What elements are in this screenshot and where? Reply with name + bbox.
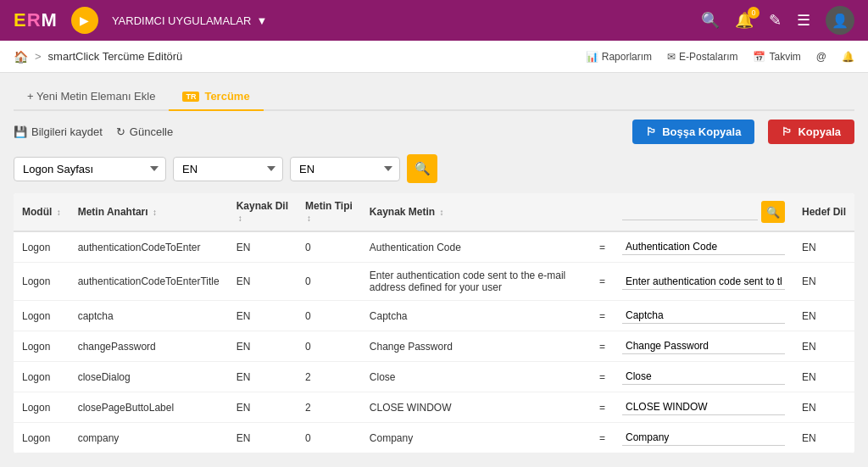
cell-metin-anahtari: closePageButtoLabel: [70, 392, 228, 423]
cell-eq: =: [591, 263, 614, 301]
cell-eq: =: [591, 231, 614, 263]
hedef-metin-input[interactable]: [622, 430, 785, 446]
takvim-action[interactable]: 📅 Takvim: [753, 51, 800, 63]
search-icon: 🔍: [415, 161, 431, 176]
menu-icon[interactable]: ☰: [797, 11, 810, 30]
cell-kaynak-dil: EN: [228, 331, 297, 362]
hedef-metin-input[interactable]: [622, 399, 785, 415]
hedef-search-icon: 🔍: [766, 206, 780, 219]
chart-icon: 📊: [586, 51, 598, 63]
lang2-select[interactable]: EN: [290, 157, 400, 181]
cell-modul: Logon: [14, 231, 70, 263]
cell-hedef-metin[interactable]: [614, 392, 793, 423]
at-icon[interactable]: @: [816, 51, 826, 63]
lang1-select[interactable]: EN: [173, 157, 283, 181]
breadcrumb-bar: 🏠 > smartClick Tercüme Editörü 📊 Raporla…: [0, 41, 868, 73]
bell-icon[interactable]: 🔔 0: [735, 11, 754, 30]
email-icon: ✉: [667, 51, 676, 63]
cell-hedef-dil: EN: [793, 301, 854, 331]
save-button[interactable]: 💾 Bilgileri kaydet: [14, 125, 103, 138]
tab-yeni-label: + Yeni Metin Elemanı Ekle: [27, 90, 155, 103]
col-hedef-metin: 🔍: [614, 193, 793, 231]
hedef-search-input[interactable]: [622, 204, 758, 220]
cell-modul: Logon: [14, 301, 70, 331]
cell-eq: =: [591, 392, 614, 423]
table-row: Logon captcha EN 0 Captcha = EN: [14, 301, 854, 331]
kopya-button[interactable]: 🏳 Kopyala: [768, 120, 854, 144]
save-label: Bilgileri kaydet: [31, 125, 103, 138]
hedef-metin-input[interactable]: [622, 369, 785, 385]
cell-metin-tipi: 0: [297, 263, 361, 301]
main-content: + Yeni Metin Elemanı Ekle TR Tercüme 💾 B…: [0, 73, 868, 464]
filter-search-button[interactable]: 🔍: [407, 154, 437, 183]
cell-metin-anahtari: authenticationCodeToEnterTitle: [70, 263, 228, 301]
table-row: Logon authenticationCodeToEnterTitle EN …: [14, 263, 854, 301]
cell-eq: =: [591, 301, 614, 331]
cell-eq: =: [591, 362, 614, 392]
yardimci-label: YARDIMCI UYGULAMALAR: [112, 14, 251, 27]
translation-table: Modül ↕ Metin Anahtarı ↕ Kaynak Dil ↕ Me…: [14, 193, 854, 453]
user-avatar[interactable]: 👤: [826, 6, 854, 35]
breadcrumb-crumb: smartClick Tercüme Editörü: [48, 50, 183, 63]
bossakopya-button[interactable]: 🏳 Boşşa Kopyala: [632, 120, 754, 144]
play-button[interactable]: ▶: [71, 7, 98, 34]
cell-hedef-metin[interactable]: [614, 362, 793, 392]
chevron-down-icon: ▼: [256, 14, 267, 27]
module-select[interactable]: Logon Sayfası: [14, 157, 166, 181]
nav-icons-group: 🔍 🔔 0 ✎ ☰ 👤: [701, 6, 854, 35]
cell-kaynak-dil: EN: [228, 231, 297, 263]
search-icon[interactable]: 🔍: [701, 11, 720, 30]
bell-badge: 0: [748, 7, 760, 19]
refresh-button[interactable]: ↻ Güncelle: [116, 125, 173, 138]
hedef-metin-input[interactable]: [622, 308, 785, 324]
pencil-icon[interactable]: ✎: [769, 11, 782, 30]
col-modul: Modül ↕: [14, 193, 70, 231]
table-row: Logon authenticationCodeToEnter EN 0 Aut…: [14, 231, 854, 263]
cell-hedef-metin[interactable]: [614, 301, 793, 331]
cell-eq: =: [591, 331, 614, 362]
sort-kaynak-dil-icon[interactable]: ↕: [238, 214, 242, 223]
cell-hedef-metin[interactable]: [614, 423, 793, 453]
sort-modul-icon[interactable]: ↕: [57, 208, 61, 217]
cell-modul: Logon: [14, 362, 70, 392]
cell-hedef-dil: EN: [793, 331, 854, 362]
cell-eq: =: [591, 423, 614, 453]
sort-metin-icon[interactable]: ↕: [153, 208, 157, 217]
cell-kaynak-dil: EN: [228, 423, 297, 453]
notification-icon[interactable]: 🔔: [842, 51, 854, 63]
yardimci-menu[interactable]: YARDIMCI UYGULAMALAR ▼: [112, 14, 267, 27]
hedef-metin-input[interactable]: [622, 239, 785, 255]
cell-metin-tipi: 0: [297, 231, 361, 263]
hedef-search-button[interactable]: 🔍: [761, 201, 785, 223]
toolbar-row: 💾 Bilgileri kaydet ↻ Güncelle 🏳 Boşşa Ko…: [14, 120, 854, 144]
cell-metin-tipi: 0: [297, 331, 361, 362]
col-metin-tipi: Metin Tipi ↕: [297, 193, 361, 231]
sort-tipi-icon[interactable]: ↕: [307, 214, 311, 223]
cell-hedef-metin[interactable]: [614, 263, 793, 301]
hedef-metin-input[interactable]: [622, 274, 785, 290]
cell-hedef-dil: EN: [793, 231, 854, 263]
cell-metin-anahtari: authenticationCodeToEnter: [70, 231, 228, 263]
tab-tercume[interactable]: TR Tercüme: [169, 83, 263, 111]
cell-metin-tipi: 0: [297, 301, 361, 331]
breadcrumb-actions: 📊 Raporlarım ✉ E-Postalarım 📅 Takvim @ 🔔: [586, 51, 854, 63]
cell-kaynak-dil: EN: [228, 392, 297, 423]
home-icon[interactable]: 🏠: [14, 50, 28, 64]
cell-modul: Logon: [14, 263, 70, 301]
tab-yeni[interactable]: + Yeni Metin Elemanı Ekle: [14, 83, 169, 109]
cell-kaynak-metin: Enter authentication code sent to the e-…: [361, 263, 591, 301]
col-kaynak-metin: Kaynak Metin ↕: [361, 193, 591, 231]
top-navigation: ERM ▶ YARDIMCI UYGULAMALAR ▼ 🔍 🔔 0 ✎ ☰ 👤: [0, 0, 868, 41]
hedef-metin-input[interactable]: [622, 338, 785, 354]
sort-kaynak-metin-icon[interactable]: ↕: [440, 208, 444, 217]
cell-hedef-metin[interactable]: [614, 231, 793, 263]
cell-kaynak-metin: CLOSE WINDOW: [361, 392, 591, 423]
cell-metin-tipi: 2: [297, 392, 361, 423]
epostalarim-action[interactable]: ✉ E-Postalarım: [667, 51, 737, 63]
cell-hedef-dil: EN: [793, 362, 854, 392]
cell-kaynak-metin: Change Password: [361, 331, 591, 362]
cell-hedef-metin[interactable]: [614, 331, 793, 362]
raporlarim-action[interactable]: 📊 Raporlarım: [586, 51, 652, 63]
refresh-label: Güncelle: [130, 125, 173, 138]
cell-metin-tipi: 2: [297, 362, 361, 392]
